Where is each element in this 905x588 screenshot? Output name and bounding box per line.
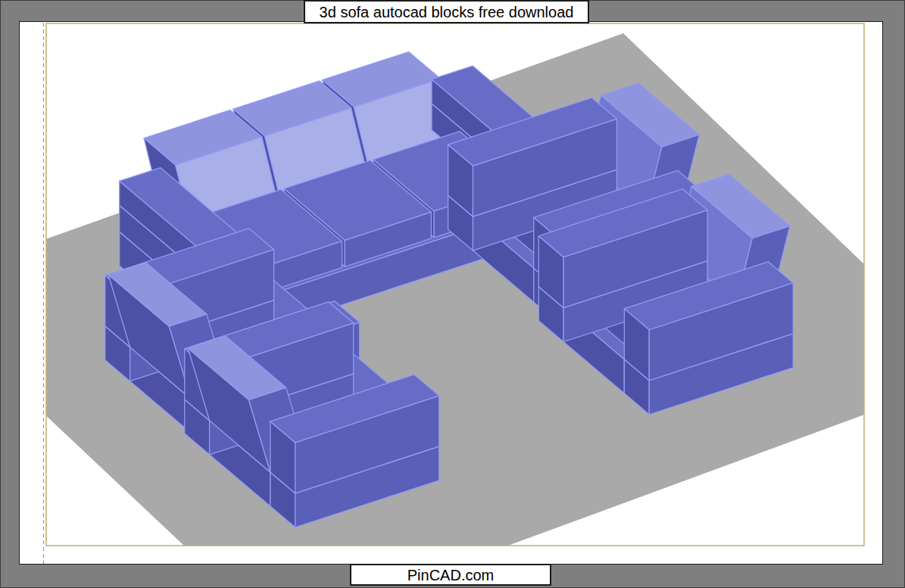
page-title: 3d sofa autocad blocks free download bbox=[320, 5, 574, 20]
footer-site-label: PinCAD.com bbox=[407, 568, 494, 583]
title-box: 3d sofa autocad blocks free download bbox=[304, 0, 589, 23]
cad-drawing bbox=[0, 0, 905, 588]
footer-box: PinCAD.com bbox=[350, 564, 551, 586]
plot-frame: 3d sofa autocad blocks free download Pin… bbox=[0, 0, 905, 588]
